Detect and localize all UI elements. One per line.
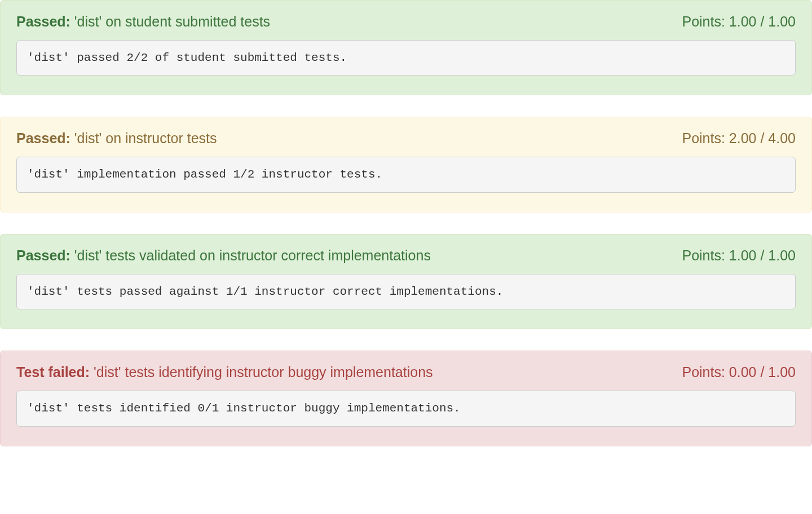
result-title-wrap: Passed: 'dist' tests validated on instru… [16, 247, 431, 264]
result-title-wrap: Passed: 'dist' on student submitted test… [16, 13, 270, 30]
result-header: Passed: 'dist' on student submitted test… [16, 13, 796, 30]
result-header: Passed: 'dist' on instructor testsPoints… [16, 130, 796, 147]
result-panel: Passed: 'dist' on instructor testsPoints… [0, 117, 812, 212]
result-header: Passed: 'dist' tests validated on instru… [16, 247, 796, 264]
result-message: 'dist' implementation passed 1/2 instruc… [16, 157, 796, 192]
result-message: 'dist' tests identified 0/1 instructor b… [16, 391, 796, 426]
status-label: Passed: [16, 247, 70, 263]
result-message: 'dist' tests passed against 1/1 instruct… [16, 274, 796, 309]
results-list: Passed: 'dist' on student submitted test… [0, 0, 812, 446]
status-label: Passed: [16, 14, 70, 29]
points-label: Points: 2.00 / 4.00 [682, 130, 796, 147]
result-title: 'dist' on instructor tests [74, 130, 217, 146]
result-title-wrap: Passed: 'dist' on instructor tests [16, 130, 217, 147]
points-label: Points: 1.00 / 1.00 [682, 14, 796, 30]
points-label: Points: 0.00 / 1.00 [682, 364, 796, 380]
result-panel: Test failed: 'dist' tests identifying in… [0, 351, 812, 446]
result-title: 'dist' on student submitted tests [74, 14, 270, 29]
result-title: 'dist' tests validated on instructor cor… [74, 247, 431, 263]
result-panel: Passed: 'dist' on student submitted test… [0, 0, 812, 95]
result-header: Test failed: 'dist' tests identifying in… [16, 364, 796, 380]
result-title: 'dist' tests identifying instructor bugg… [94, 364, 433, 380]
result-message: 'dist' passed 2/2 of student submitted t… [16, 40, 796, 76]
result-title-wrap: Test failed: 'dist' tests identifying in… [16, 364, 433, 380]
status-label: Passed: [16, 130, 70, 146]
points-label: Points: 1.00 / 1.00 [682, 247, 796, 264]
status-label: Test failed: [16, 364, 90, 380]
result-panel: Passed: 'dist' tests validated on instru… [0, 234, 812, 329]
